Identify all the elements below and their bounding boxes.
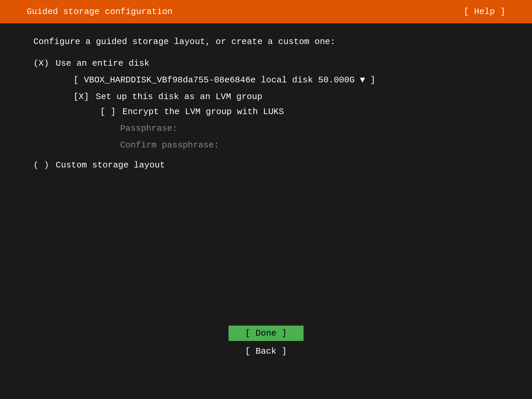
help-button[interactable]: [ Help ] bbox=[464, 7, 505, 17]
main-content: Configure a guided storage layout, or cr… bbox=[0, 23, 532, 183]
buttons-container: [ Done ] [ Back ] bbox=[229, 326, 304, 359]
done-button[interactable]: [ Done ] bbox=[229, 326, 304, 341]
lvm-group-option[interactable]: [X] Set up this disk as an LVM group bbox=[73, 92, 499, 102]
passphrase-section: Passphrase: Confirm passphrase: bbox=[120, 123, 499, 150]
disk-dropdown[interactable]: [ VBOX_HARDDISK_VBf98da755-08e6846e loca… bbox=[73, 75, 499, 85]
header-title: Guided storage configuration bbox=[27, 7, 173, 17]
encrypt-luks-option[interactable]: [ ] Encrypt the LVM group with LUKS bbox=[100, 107, 499, 117]
use-entire-disk-radio[interactable]: (X) bbox=[33, 58, 49, 68]
confirm-passphrase-label[interactable]: Confirm passphrase: bbox=[120, 140, 499, 150]
description-text: Configure a guided storage layout, or cr… bbox=[33, 37, 499, 47]
lvm-group-checkbox[interactable]: [X] bbox=[73, 92, 89, 102]
encrypt-luks-label: Encrypt the LVM group with LUKS bbox=[122, 107, 284, 117]
header: Guided storage configuration [ Help ] bbox=[0, 0, 532, 23]
lvm-group-label: Set up this disk as an LVM group bbox=[96, 92, 262, 102]
use-entire-disk-option[interactable]: (X) Use an entire disk bbox=[33, 58, 499, 68]
encrypt-luks-checkbox[interactable]: [ ] bbox=[100, 107, 116, 117]
use-entire-disk-label: Use an entire disk bbox=[56, 58, 150, 68]
custom-storage-label: Custom storage layout bbox=[56, 160, 165, 170]
back-button[interactable]: [ Back ] bbox=[229, 344, 304, 359]
passphrase-label[interactable]: Passphrase: bbox=[120, 123, 499, 133]
custom-storage-option[interactable]: ( ) Custom storage layout bbox=[33, 160, 499, 170]
custom-storage-radio[interactable]: ( ) bbox=[33, 160, 49, 170]
